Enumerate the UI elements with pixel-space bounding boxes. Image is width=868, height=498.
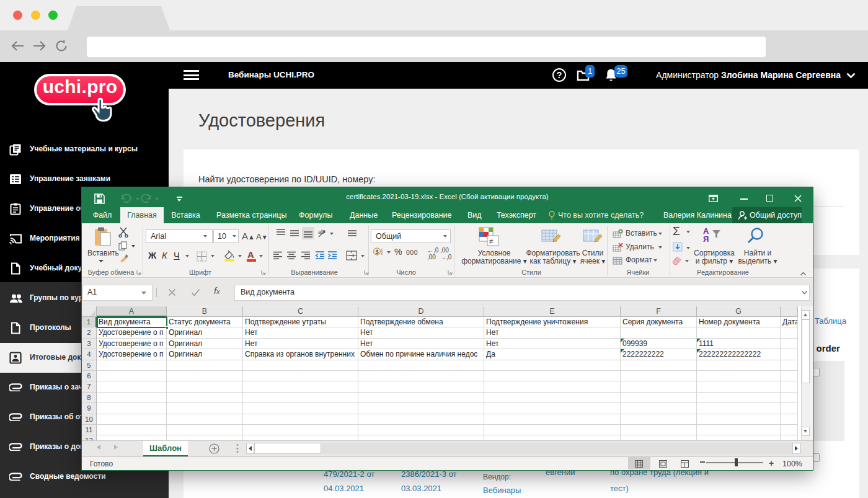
svg-text:$: $ [375, 248, 379, 255]
svg-text:≠: ≠ [489, 237, 494, 246]
svg-text:ab: ab [318, 229, 324, 235]
svg-text:?: ? [557, 70, 562, 80]
